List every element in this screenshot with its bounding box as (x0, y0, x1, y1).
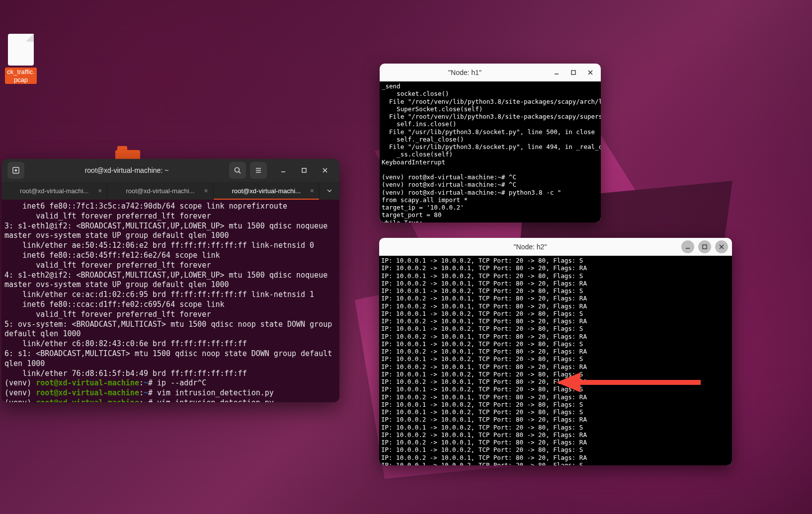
chevron-down-icon (326, 188, 332, 194)
tab-label: root@xd-virtual-machi... (232, 187, 301, 195)
tab-close-icon[interactable]: × (310, 187, 314, 195)
search-button[interactable] (229, 162, 246, 179)
node-h1-window[interactable]: "Node: h1" _send socket.close() File "/r… (380, 64, 601, 222)
minimize-icon (280, 167, 287, 174)
gnome-terminal-window[interactable]: root@xd-virtual-machine: ~ root@xd-virtu… (1, 159, 339, 402)
minimize-icon (554, 70, 560, 75)
hamburger-icon (254, 166, 262, 174)
maximize-button[interactable] (698, 240, 711, 253)
maximize-icon (301, 167, 308, 174)
minimize-icon (685, 244, 691, 250)
maximize-icon (702, 244, 708, 250)
gnome-terminal-header[interactable]: root@xd-virtual-machine: ~ (1, 159, 339, 182)
close-button[interactable] (715, 240, 728, 253)
tab-close-icon[interactable]: × (98, 187, 102, 195)
terminal-tab-2[interactable]: root@xd-virtual-machi... × (214, 182, 320, 200)
new-tab-button[interactable] (7, 162, 24, 179)
tab-label: root@xd-virtual-machi... (20, 187, 88, 195)
desktop-file-label: ck_traffic. pcap (5, 68, 36, 84)
maximize-button[interactable] (567, 66, 580, 79)
plus-tab-icon (12, 166, 20, 174)
search-icon (234, 166, 242, 174)
tab-label: root@xd-virtual-machi... (126, 187, 194, 195)
node-h2-window[interactable]: "Node: h2" IP: 10.0.0.1 -> 10.0.0.2, TCP… (379, 238, 732, 465)
terminal-output[interactable]: inet6 fe80::7fc1:3c5c:a742:90db/64 scope… (1, 200, 339, 402)
terminal-tabbar: root@xd-virtual-machi... × root@xd-virtu… (1, 182, 339, 200)
svg-rect-20 (703, 245, 707, 249)
window-title: "Node: h1" (384, 69, 546, 76)
tab-list-dropdown[interactable] (320, 182, 339, 200)
node-h2-output[interactable]: IP: 10.0.0.1 -> 10.0.0.2, TCP Port: 20 -… (379, 256, 732, 465)
close-icon (322, 167, 328, 174)
svg-rect-12 (302, 168, 306, 172)
desktop-file-icon[interactable]: ck_traffic. pcap (0, 34, 42, 84)
svg-line-7 (239, 172, 241, 174)
maximize-button[interactable] (296, 162, 313, 179)
terminal-tab-1[interactable]: root@xd-virtual-machi... × (107, 182, 213, 200)
close-button[interactable] (584, 66, 597, 79)
minimize-button[interactable] (550, 66, 563, 79)
close-button[interactable] (317, 162, 333, 179)
tab-close-icon[interactable]: × (204, 187, 208, 195)
svg-point-6 (235, 168, 240, 172)
node-h1-titlebar[interactable]: "Node: h1" (380, 64, 601, 81)
svg-rect-16 (571, 71, 575, 74)
minimize-button[interactable] (275, 162, 292, 179)
maximize-icon (570, 70, 576, 75)
window-title: "Node: h2" (383, 243, 677, 251)
close-icon (719, 244, 725, 250)
window-title: root@xd-virtual-machine: ~ (26, 166, 227, 174)
menu-button[interactable] (250, 162, 267, 179)
close-icon (587, 70, 593, 75)
node-h1-output[interactable]: _send socket.close() File "/root/venv/li… (380, 81, 601, 222)
node-h2-titlebar[interactable]: "Node: h2" (379, 238, 732, 256)
terminal-tab-0[interactable]: root@xd-virtual-machi... × (1, 182, 107, 200)
minimize-button[interactable] (681, 240, 694, 253)
file-icon (8, 34, 34, 66)
